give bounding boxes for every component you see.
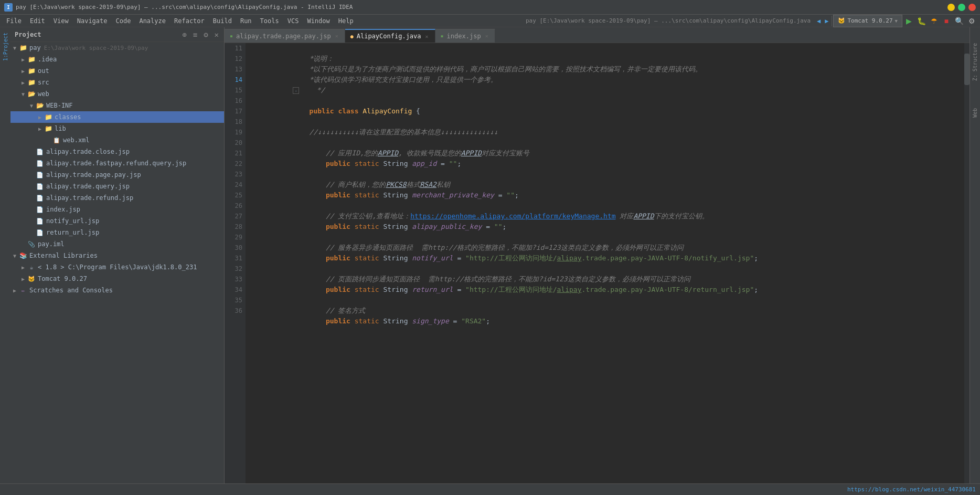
panel-collapse-button[interactable]: ≡ bbox=[192, 29, 198, 40]
tree-label-alipay-fastpay: alipay.trade.fastpay.refund.query.jsp bbox=[46, 160, 186, 167]
run-button[interactable]: ▶ bbox=[902, 15, 915, 27]
tree-item-alipay-refund[interactable]: ▶ 📄 alipay.trade.refund.jsp bbox=[10, 192, 224, 204]
tree-label-pay-iml: pay.iml bbox=[38, 240, 65, 248]
menu-code[interactable]: Code bbox=[112, 16, 135, 26]
stop-button[interactable]: ■ bbox=[940, 15, 953, 27]
minimize-button[interactable] bbox=[947, 4, 955, 11]
ext-lib-icon: 📚 bbox=[19, 251, 27, 260]
code-line-11: *说明： bbox=[250, 43, 964, 54]
right-tool-windows: Z: Structure Web bbox=[970, 27, 980, 483]
web-tab-vertical[interactable]: Web bbox=[971, 105, 979, 121]
menu-edit[interactable]: Edit bbox=[26, 16, 49, 26]
search-everywhere-button[interactable]: 🔍 bbox=[953, 15, 965, 27]
tree-item-pay-iml[interactable]: ▶ 📎 pay.iml bbox=[10, 238, 224, 250]
tree-space-return: ▶ bbox=[27, 230, 36, 236]
menu-build[interactable]: Build bbox=[209, 16, 236, 26]
tab-icon-alipay-config: ● bbox=[350, 34, 354, 39]
editor-scrollbar[interactable] bbox=[964, 43, 970, 483]
tree-item-lib[interactable]: ▶ 📁 lib bbox=[10, 123, 224, 134]
tree-item-pay-root[interactable]: ▼ 📁 pay E:\Java\work space-2019-09\pay bbox=[10, 42, 224, 54]
code-editor[interactable]: *说明： *以下代码只是为了方便商户测试而提供的样例代码，商户可以根据自己网站的… bbox=[246, 43, 964, 483]
menubar: File Edit View Navigate Code Analyze Ref… bbox=[0, 15, 980, 27]
tree-arrow-scratches: ▶ bbox=[10, 288, 19, 293]
code-line-12: *以下代码只是为了方便商户测试而提供的样例代码，商户可以根据自己网站的需要，按照… bbox=[250, 54, 964, 64]
tab-close-index[interactable]: ✕ bbox=[484, 33, 489, 39]
panel-settings-button[interactable]: ⚙ bbox=[203, 29, 209, 40]
tree-item-alipay-fastpay[interactable]: ▶ 📄 alipay.trade.fastpay.refund.query.js… bbox=[10, 157, 224, 169]
tab-label-alipay-page: alipay.trade.page.pay.jsp bbox=[236, 33, 331, 40]
tree-label-notify-url: notify_url.jsp bbox=[46, 217, 99, 225]
panel-add-button[interactable]: ⊕ bbox=[181, 29, 187, 40]
jsp-icon-alipay-close: 📄 bbox=[36, 148, 44, 156]
scrollbar-thumb[interactable] bbox=[964, 54, 970, 85]
code-line-16: public class AlipayConfig { bbox=[250, 96, 964, 106]
tree-space-notify: ▶ bbox=[27, 218, 36, 224]
tab-alipay-page[interactable]: ▪ alipay.trade.page.pay.jsp ✕ bbox=[225, 29, 345, 43]
menu-help[interactable]: Help bbox=[334, 16, 358, 26]
tab-alipay-config[interactable]: ● AlipayConfig.java ✕ bbox=[345, 29, 435, 43]
tree-item-alipay-page[interactable]: ▶ 📄 alipay.trade.page.pay.jsp bbox=[10, 169, 224, 181]
tree-item-webxml[interactable]: ▶ 📋 web.xml bbox=[10, 134, 224, 146]
structure-tab-vertical[interactable]: Z: Structure bbox=[971, 40, 979, 84]
tree-label-alipay-page: alipay.trade.page.pay.jsp bbox=[46, 171, 141, 178]
tree-arrow-classes: ▶ bbox=[36, 114, 44, 120]
tab-close-alipay-config[interactable]: ✕ bbox=[424, 33, 430, 40]
menu-run[interactable]: Run bbox=[236, 16, 256, 26]
menu-tools[interactable]: Tools bbox=[256, 16, 283, 26]
menu-vcs[interactable]: VCS bbox=[283, 16, 303, 26]
project-panel: Project ⊕ ≡ ⚙ ✕ ▼ 📁 pay E:\Java\work spa… bbox=[10, 27, 225, 483]
code-line-15 bbox=[250, 85, 964, 96]
debug-button[interactable]: 🐛 bbox=[915, 15, 928, 27]
tree-item-ext-libs[interactable]: ▼ 📚 External Libraries bbox=[10, 250, 224, 261]
folder-icon-out: 📁 bbox=[27, 67, 36, 75]
menu-view[interactable]: View bbox=[49, 16, 73, 26]
tab-index-jsp[interactable]: ▪ index.jsp ✕ bbox=[435, 29, 495, 43]
menu-file[interactable]: File bbox=[2, 16, 26, 26]
jsp-icon-alipay-query: 📄 bbox=[36, 182, 44, 191]
tree-label-alipay-close: alipay.trade.close.jsp bbox=[46, 148, 130, 155]
folder-icon-classes: 📁 bbox=[44, 113, 52, 121]
jsp-icon-alipay-refund: 📄 bbox=[36, 194, 44, 202]
menu-refactor[interactable]: Refactor bbox=[170, 16, 209, 26]
menu-window[interactable]: Window bbox=[303, 16, 334, 26]
coverage-button[interactable]: ☂ bbox=[928, 15, 940, 27]
tree-space-alipay-refund: ▶ bbox=[27, 195, 36, 201]
tree-item-alipay-close[interactable]: ▶ 📄 alipay.trade.close.jsp bbox=[10, 146, 224, 157]
tree-item-tomcat[interactable]: ▶ 🐱 Tomcat 9.0.27 bbox=[10, 273, 224, 285]
run-config-dropdown[interactable]: 🐱 Tomcat 9.0.27 ▼ bbox=[833, 15, 902, 27]
tree-path-pay: E:\Java\work space-2019-09\pay bbox=[44, 45, 148, 51]
title-text: pay [E:\Java\work space-2019-09\pay] — .… bbox=[16, 4, 947, 10]
menu-analyze[interactable]: Analyze bbox=[135, 16, 170, 26]
tree-arrow-idea: ▶ bbox=[19, 57, 27, 62]
tree-item-classes[interactable]: ▶ 📁 classes bbox=[10, 111, 224, 123]
nav-forward-button[interactable]: ▶ bbox=[823, 17, 830, 25]
code-line-26: // 支付宝公钥,查看地址：https://openhome.alipay.co… bbox=[250, 201, 964, 211]
menu-navigate[interactable]: Navigate bbox=[73, 16, 112, 26]
maximize-button[interactable] bbox=[958, 4, 965, 11]
tree-item-return-url[interactable]: ▶ 📄 return_url.jsp bbox=[10, 227, 224, 238]
tree-item-alipay-query[interactable]: ▶ 📄 alipay.trade.query.jsp bbox=[10, 181, 224, 192]
run-config-label: Tomcat 9.0.27 bbox=[847, 17, 892, 24]
tree-item-src[interactable]: ▶ 📁 src bbox=[10, 77, 224, 88]
tree-item-notify-url[interactable]: ▶ 📄 notify_url.jsp bbox=[10, 215, 224, 227]
statusbar: https://blog.csdn.net/weixin_44730681 bbox=[0, 483, 980, 495]
panel-close-button[interactable]: ✕ bbox=[214, 29, 220, 40]
tree-item-index-jsp[interactable]: ▶ 📄 index.jsp bbox=[10, 204, 224, 215]
tree-item-out[interactable]: ▶ 📁 out bbox=[10, 65, 224, 77]
tree-item-web[interactable]: ▼ 📂 web bbox=[10, 88, 224, 100]
tree-space-pay-iml: ▶ bbox=[19, 241, 27, 247]
tree-item-webinf[interactable]: ▼ 📂 WEB-INF bbox=[10, 100, 224, 111]
tree-item-jdk[interactable]: ▶ ☕ < 1.8 > C:\Program Files\Java\jdk1.8… bbox=[10, 261, 224, 273]
titlebar: I pay [E:\Java\work space-2019-09\pay] —… bbox=[0, 0, 980, 15]
tree-item-idea[interactable]: ▶ 📁 .idea bbox=[10, 54, 224, 65]
project-tab-vertical[interactable]: 1:Project bbox=[2, 29, 9, 64]
tab-close-alipay-page[interactable]: ✕ bbox=[334, 33, 339, 39]
close-button[interactable] bbox=[968, 4, 976, 11]
tree-label-tomcat: Tomcat 9.0.27 bbox=[38, 275, 87, 282]
code-line-20: // 应用ID,您的APPID, 收款账号既是您的APPID对应支付宝账号 bbox=[250, 138, 964, 148]
tree-item-scratches[interactable]: ▶ ✏️ Scratches and Consoles bbox=[10, 285, 224, 296]
settings-button[interactable]: ⚙ bbox=[965, 15, 978, 27]
status-link[interactable]: https://blog.csdn.net/weixin_44730681 bbox=[847, 486, 976, 493]
tree-arrow-src: ▶ bbox=[19, 80, 27, 86]
nav-back-button[interactable]: ◀ bbox=[815, 17, 823, 25]
